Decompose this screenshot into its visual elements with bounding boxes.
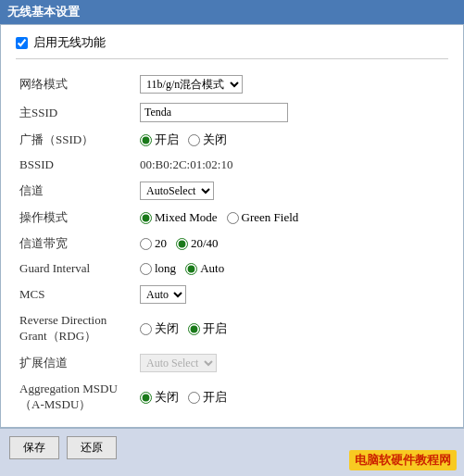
bw-2040-label[interactable]: 20/40 bbox=[176, 236, 219, 251]
bw-2040-text: 20/40 bbox=[191, 236, 219, 251]
bw-2040-radio[interactable] bbox=[176, 238, 188, 250]
broadcast-off-text: 关闭 bbox=[203, 132, 227, 148]
green-field-text: Green Field bbox=[242, 210, 299, 225]
bssid-value: 00:B0:2C:01:02:10 bbox=[140, 157, 232, 171]
gi-auto-label[interactable]: Auto bbox=[185, 261, 224, 276]
broadcast-off-radio[interactable] bbox=[188, 134, 200, 146]
channel-bw-label: 信道带宽 bbox=[16, 231, 136, 257]
amsdu-on-label[interactable]: 开启 bbox=[188, 389, 227, 406]
channel-row: 信道 AutoSelect 123 456 789 10111213 bbox=[16, 177, 448, 205]
rdg-off-label[interactable]: 关闭 bbox=[140, 320, 179, 337]
broadcast-radio-group: 开启 关闭 bbox=[140, 132, 445, 148]
ssid-label: 主SSID bbox=[16, 98, 136, 127]
channel-select[interactable]: AutoSelect 123 456 789 10111213 bbox=[140, 182, 214, 200]
bw-20-label[interactable]: 20 bbox=[140, 236, 167, 251]
title-bar: 无线基本设置 bbox=[0, 0, 464, 24]
guard-interval-radio-group: long Auto bbox=[140, 261, 445, 276]
ext-channel-label: 扩展信道 bbox=[16, 349, 136, 377]
green-field-radio[interactable] bbox=[227, 212, 239, 224]
settings-table: 网络模式 11b/g/n混合模式 11b模式 11g模式 11n模式 主SSID bbox=[16, 70, 448, 418]
rdg-row: Reverse DirectionGrant（RDG） 关闭 开启 bbox=[16, 308, 448, 349]
rdg-on-text: 开启 bbox=[203, 320, 227, 337]
page-wrapper: 无线基本设置 启用无线功能 网络模式 11b/g/n混合模式 11b模式 11g… bbox=[0, 0, 464, 476]
network-mode-row: 网络模式 11b/g/n混合模式 11b模式 11g模式 11n模式 bbox=[16, 70, 448, 98]
broadcast-on-label[interactable]: 开启 bbox=[140, 132, 179, 148]
mixed-mode-text: Mixed Mode bbox=[155, 210, 218, 225]
gi-long-radio[interactable] bbox=[140, 263, 152, 275]
amsdu-row: Aggregation MSDU（A-MSDU） 关闭 开启 bbox=[16, 377, 448, 418]
enable-wireless-label[interactable]: 启用无线功能 bbox=[33, 34, 106, 51]
enable-row: 启用无线功能 bbox=[16, 34, 448, 59]
amsdu-on-radio[interactable] bbox=[188, 392, 200, 404]
ssid-input[interactable] bbox=[140, 103, 288, 122]
operation-mode-row: 操作模式 Mixed Mode Green Field bbox=[16, 205, 448, 231]
green-field-label[interactable]: Green Field bbox=[227, 210, 299, 225]
broadcast-row: 广播（SSID） 开启 关闭 bbox=[16, 127, 448, 153]
bw-20-text: 20 bbox=[155, 236, 167, 251]
amsdu-label-text: Aggregation MSDU（A-MSDU） bbox=[19, 382, 118, 411]
channel-bw-row: 信道带宽 20 20/40 bbox=[16, 231, 448, 257]
amsdu-off-label[interactable]: 关闭 bbox=[140, 389, 179, 406]
network-mode-select[interactable]: 11b/g/n混合模式 11b模式 11g模式 11n模式 bbox=[140, 75, 243, 94]
gi-long-text: long bbox=[155, 261, 176, 276]
broadcast-off-label[interactable]: 关闭 bbox=[188, 132, 227, 148]
rdg-on-label[interactable]: 开启 bbox=[188, 320, 227, 337]
gi-auto-text: Auto bbox=[200, 261, 224, 276]
amsdu-off-text: 关闭 bbox=[155, 389, 179, 406]
guard-interval-label: Guard Interval bbox=[16, 257, 136, 281]
bw-20-radio[interactable] bbox=[140, 238, 152, 250]
reset-button[interactable]: 还原 bbox=[67, 436, 117, 459]
mcs-select[interactable]: Auto 0123 4567 bbox=[140, 285, 186, 304]
rdg-label-text: Reverse DirectionGrant（RDG） bbox=[19, 313, 107, 343]
amsdu-off-radio[interactable] bbox=[140, 392, 152, 404]
broadcast-on-radio[interactable] bbox=[140, 134, 152, 146]
broadcast-label: 广播（SSID） bbox=[16, 127, 136, 153]
channel-label: 信道 bbox=[16, 177, 136, 205]
rdg-off-text: 关闭 bbox=[155, 320, 179, 337]
main-content: 启用无线功能 网络模式 11b/g/n混合模式 11b模式 11g模式 11n模… bbox=[0, 24, 464, 428]
enable-wireless-checkbox[interactable] bbox=[16, 37, 28, 49]
gi-auto-radio[interactable] bbox=[185, 263, 197, 275]
save-button[interactable]: 保存 bbox=[9, 436, 59, 459]
mcs-row: MCS Auto 0123 4567 bbox=[16, 281, 448, 308]
rdg-off-radio[interactable] bbox=[140, 323, 152, 335]
gi-long-label[interactable]: long bbox=[140, 261, 176, 276]
watermark: 电脑软硬件教程网 bbox=[349, 450, 457, 470]
rdg-radio-group: 关闭 开启 bbox=[140, 320, 445, 337]
guard-interval-row: Guard Interval long Auto bbox=[16, 257, 448, 281]
amsdu-on-text: 开启 bbox=[203, 389, 227, 406]
mcs-label: MCS bbox=[16, 281, 136, 308]
ssid-row: 主SSID bbox=[16, 98, 448, 127]
page-title: 无线基本设置 bbox=[7, 5, 80, 19]
mixed-mode-radio[interactable] bbox=[140, 212, 152, 224]
operation-mode-radio-group: Mixed Mode Green Field bbox=[140, 210, 445, 225]
amsdu-label: Aggregation MSDU（A-MSDU） bbox=[16, 377, 136, 418]
rdg-on-radio[interactable] bbox=[188, 323, 200, 335]
channel-bw-radio-group: 20 20/40 bbox=[140, 236, 445, 251]
mixed-mode-label[interactable]: Mixed Mode bbox=[140, 210, 218, 225]
operation-mode-label: 操作模式 bbox=[16, 205, 136, 231]
bssid-label: BSSID bbox=[16, 153, 136, 177]
broadcast-on-text: 开启 bbox=[155, 132, 179, 148]
ext-channel-row: 扩展信道 Auto Select bbox=[16, 349, 448, 377]
amsdu-radio-group: 关闭 开启 bbox=[140, 389, 445, 406]
rdg-label: Reverse DirectionGrant（RDG） bbox=[16, 308, 136, 349]
network-mode-label: 网络模式 bbox=[16, 70, 136, 98]
ext-channel-select: Auto Select bbox=[140, 354, 217, 372]
bssid-row: BSSID 00:B0:2C:01:02:10 bbox=[16, 153, 448, 177]
